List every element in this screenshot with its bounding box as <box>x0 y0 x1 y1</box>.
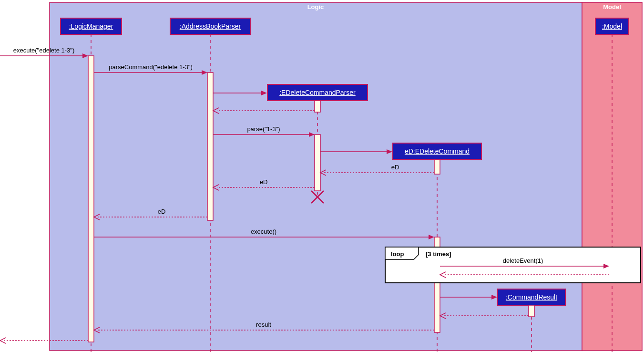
sequence-diagram: Logic Model :LogicManager :AddressBookPa… <box>0 0 644 352</box>
activation-logicmanager <box>88 56 94 342</box>
svg-text:eD:EDeleteCommand: eD:EDeleteCommand <box>405 147 470 155</box>
svg-text:execute(): execute() <box>251 228 276 235</box>
svg-text::EDeleteCommandParser: :EDeleteCommandParser <box>279 89 356 96</box>
activation-edeletecommand-1 <box>434 160 440 174</box>
participant-model: :Model <box>595 18 629 34</box>
svg-text:eD: eD <box>260 178 268 186</box>
svg-text:loop: loop <box>391 250 404 258</box>
participant-edeletecommand: eD:EDeleteCommand <box>393 143 481 159</box>
participant-commandresult: :CommandResult <box>498 289 565 305</box>
svg-text::AddressBookParser: :AddressBookParser <box>180 22 241 30</box>
svg-text:result: result <box>256 321 271 328</box>
svg-text:parse("1-3"): parse("1-3") <box>247 125 280 133</box>
activation-commandresult <box>529 305 534 317</box>
svg-text:[3 times]: [3 times] <box>426 250 451 258</box>
svg-text::Model: :Model <box>602 22 622 30</box>
activation-addressbookparser <box>207 72 213 220</box>
participant-edeletecommandparser: :EDeleteCommandParser <box>267 84 368 101</box>
fragment-loop: loop [3 times] <box>385 247 641 283</box>
region-model-title: Model <box>603 3 621 10</box>
svg-text:eD: eD <box>158 208 166 215</box>
svg-text::LogicManager: :LogicManager <box>69 22 113 30</box>
activation-edeletecommandparser-2 <box>315 135 320 191</box>
participant-logicmanager: :LogicManager <box>61 18 122 34</box>
svg-text:eD: eD <box>391 164 399 171</box>
svg-text:deleteEvent(1): deleteEvent(1) <box>503 257 543 264</box>
region-logic-title: Logic <box>307 3 324 10</box>
svg-text:parseCommand("edelete 1-3"): parseCommand("edelete 1-3") <box>109 63 192 71</box>
svg-text:execute("edelete 1-3"): execute("edelete 1-3") <box>13 47 74 54</box>
participant-addressbookparser: :AddressBookParser <box>170 18 250 34</box>
svg-rect-37 <box>385 247 641 283</box>
svg-text::CommandResult: :CommandResult <box>506 293 557 301</box>
activation-edeletecommandparser-1 <box>315 101 320 112</box>
